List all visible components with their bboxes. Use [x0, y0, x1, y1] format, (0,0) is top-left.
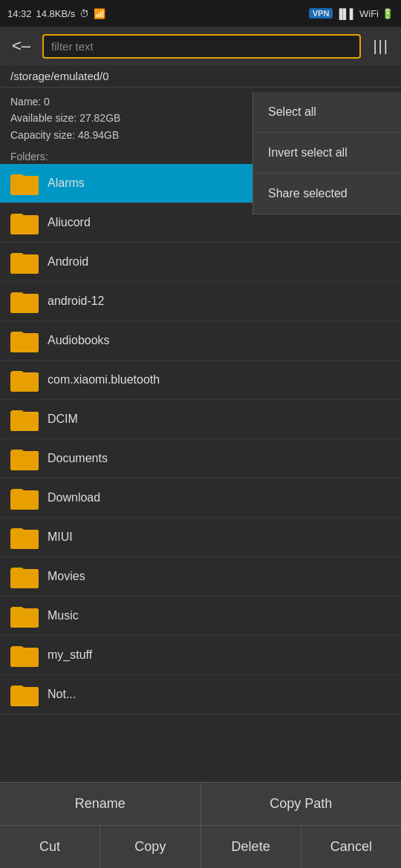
list-item[interactable]: my_stuff — [0, 636, 401, 675]
list-item[interactable]: Audiobooks — [0, 321, 401, 361]
file-name: com.xiaomi.bluetooth — [48, 373, 160, 387]
file-name: my_stuff — [48, 648, 92, 662]
file-name: MIUI — [48, 530, 73, 544]
select-all-menu-item[interactable]: Select all — [253, 92, 401, 133]
folder-icon — [10, 447, 39, 470]
file-name: Music — [48, 609, 79, 622]
list-item[interactable]: Android — [0, 243, 401, 282]
path-bar: /storage/emulated/0 — [0, 65, 401, 88]
list-item[interactable]: DCIM — [0, 400, 401, 439]
list-item[interactable]: Not... — [0, 675, 401, 714]
file-list: AlarmsAliucordAndroidandroid-12Audiobook… — [0, 164, 401, 868]
invert-select-all-menu-item[interactable]: Invert select all — [253, 133, 401, 174]
folder-icon — [10, 250, 39, 274]
folder-icon — [10, 683, 39, 706]
folder-icon — [10, 407, 39, 431]
back-button[interactable]: <– — [6, 33, 36, 59]
list-item[interactable]: Music — [0, 596, 401, 636]
list-item[interactable]: Download — [0, 479, 401, 518]
list-item[interactable]: com.xiaomi.bluetooth — [0, 361, 401, 400]
status-speed: 14.8KB/s — [36, 8, 76, 19]
folder-icon — [10, 525, 39, 549]
status-right: VPN ▐▌▌ WiFi 🔋 — [309, 8, 394, 19]
wifi-icon: WiFi — [359, 8, 379, 19]
clock-icon: ⏱ — [79, 8, 89, 19]
file-name: Download — [48, 491, 100, 504]
copy-button[interactable]: Copy — [100, 826, 200, 868]
folder-icon — [10, 486, 39, 510]
folder-icon — [10, 171, 39, 195]
signal-icon: 📶 — [94, 8, 105, 19]
list-item[interactable]: MIUI — [0, 518, 401, 557]
folder-icon — [10, 643, 39, 667]
action-bar-bottom: Cut Copy Delete Cancel — [0, 825, 401, 868]
share-selected-menu-item[interactable]: Share selected — [253, 174, 401, 214]
file-name: Alarms — [48, 177, 85, 190]
file-name: Movies — [48, 570, 85, 583]
vpn-badge: VPN — [309, 8, 333, 19]
status-time: 14:32 — [7, 8, 32, 19]
copy-path-button[interactable]: Copy Path — [201, 783, 402, 825]
network-icon: ▐▌▌ — [336, 8, 356, 19]
context-menu: Select all Invert select all Share selec… — [252, 92, 401, 214]
file-name: Audiobooks — [48, 334, 110, 347]
folder-icon — [10, 565, 39, 588]
menu-button[interactable]: ||| — [367, 35, 395, 58]
file-name: Documents — [48, 452, 108, 465]
cut-button[interactable]: Cut — [0, 826, 100, 868]
cancel-button[interactable]: Cancel — [301, 826, 401, 868]
file-name: Not... — [48, 688, 76, 701]
folder-icon — [10, 604, 39, 628]
file-name: android-12 — [48, 295, 105, 308]
file-name: Aliucord — [48, 216, 91, 229]
filter-input[interactable] — [42, 34, 361, 59]
status-bar: 14:32 14.8KB/s ⏱ 📶 VPN ▐▌▌ WiFi 🔋 — [0, 0, 401, 27]
action-bar-top: Rename Copy Path — [0, 782, 401, 825]
current-path: /storage/emulated/0 — [10, 70, 109, 82]
folder-icon — [10, 329, 39, 352]
battery-icon: 🔋 — [382, 8, 394, 19]
rename-button[interactable]: Rename — [0, 783, 201, 825]
file-name: Android — [48, 255, 88, 269]
list-item[interactable]: android-12 — [0, 282, 401, 321]
status-left: 14:32 14.8KB/s ⏱ 📶 — [7, 8, 105, 19]
top-bar: <– ||| — [0, 27, 401, 65]
bottom-overlay: Rename Copy Path Cut Copy Delete Cancel — [0, 782, 401, 868]
list-item[interactable]: Documents — [0, 439, 401, 479]
delete-button[interactable]: Delete — [201, 826, 301, 868]
folder-icon — [10, 368, 39, 392]
folder-icon — [10, 211, 39, 234]
folder-icon — [10, 289, 39, 313]
file-name: DCIM — [48, 412, 78, 426]
list-item[interactable]: Movies — [0, 557, 401, 596]
